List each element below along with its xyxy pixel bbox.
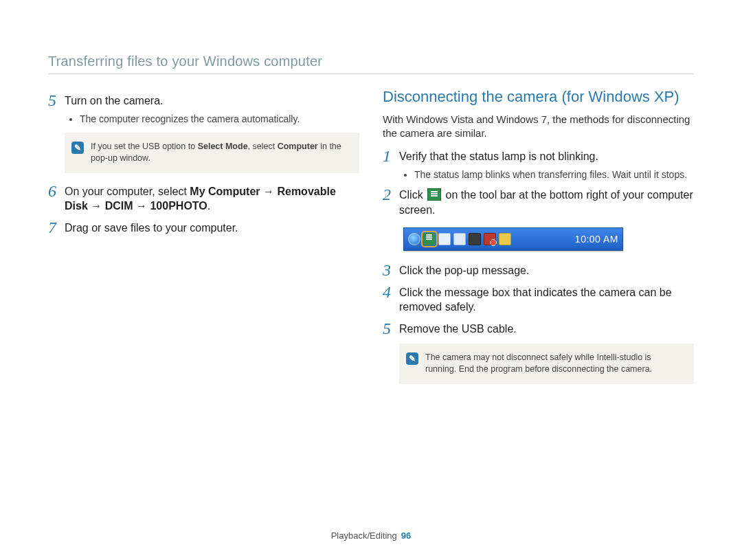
step-number: 3 — [383, 262, 399, 278]
note-text: The camera may not disconnect safely whi… — [425, 352, 684, 376]
taskbar-volume-icon — [484, 233, 496, 245]
note-text: If you set the USB option to Select Mode… — [91, 141, 350, 165]
arrow: → — [88, 200, 105, 212]
list-item: The status lamp blinks when transferring… — [414, 168, 694, 181]
step-number: 2 — [383, 186, 399, 203]
path-bold: DCIM — [105, 200, 133, 212]
page-footer: Playback/Editing96 — [0, 530, 742, 541]
step-number: 1 — [383, 148, 399, 164]
note-text-part: If you set the USB option to — [91, 142, 198, 151]
taskbar-tray-icon — [438, 233, 451, 245]
text-part: Click — [399, 189, 426, 201]
step-number: 4 — [383, 284, 399, 300]
step-text: Drag or save files to your computer. — [65, 221, 238, 236]
step-text: Click the message box that indicates the… — [399, 285, 694, 315]
note-text-part: , select — [248, 142, 278, 151]
note-bold: Select Mode — [198, 142, 248, 151]
taskbar-screenshot: 10:00 AM — [403, 227, 623, 251]
path-bold: My Computer — [190, 186, 260, 197]
path-bold: 100PHOTO — [150, 200, 207, 212]
taskbar-safely-remove-icon — [423, 233, 436, 245]
note-icon: ✎ — [71, 142, 84, 154]
step-number: 5 — [383, 320, 399, 337]
text-part: . — [207, 200, 210, 212]
step-number: 6 — [48, 183, 65, 199]
step-4: 4 Click the message box that indicates t… — [383, 285, 694, 315]
note-box: ✎ If you set the USB option to Select Mo… — [65, 133, 359, 173]
arrow: → — [260, 186, 278, 197]
step-7: 7 Drag or save files to your computer. — [48, 221, 359, 236]
step-2: 2 Click on the tool bar at the bottom ri… — [383, 188, 694, 217]
footer-page-number: 96 — [401, 530, 411, 541]
step-text: Turn on the camera. — [65, 93, 163, 109]
step-1-bullets: The status lamp blinks when transferring… — [403, 168, 694, 181]
step-text: Verify that the status lamp is not blink… — [399, 149, 598, 164]
right-column: Disconnecting the camera (for Windows XP… — [383, 87, 694, 395]
taskbar-tray-icon — [453, 233, 466, 245]
taskbar-clock: 10:00 AM — [575, 234, 618, 245]
note-bold: Computer — [278, 142, 318, 151]
step-number: 7 — [48, 219, 65, 236]
step-5: 5 Turn on the camera. — [48, 93, 359, 109]
section-title: Disconnecting the camera (for Windows XP… — [383, 88, 694, 106]
text-part: On your computer, select — [65, 186, 190, 197]
note-icon: ✎ — [406, 352, 418, 365]
taskbar-start-icon — [408, 233, 420, 245]
footer-section: Playback/Editing — [331, 530, 397, 541]
step-1: 1 Verify that the status lamp is not bli… — [383, 149, 694, 164]
step-text: On your computer, select My Computer → R… — [65, 184, 359, 214]
safely-remove-icon — [427, 188, 441, 201]
list-item: The computer recognizes the camera autom… — [80, 113, 359, 126]
step-6: 6 On your computer, select My Computer →… — [48, 184, 359, 214]
step-5-bullets: The computer recognizes the camera autom… — [69, 113, 359, 126]
step-text: Click the pop-up message. — [399, 263, 529, 278]
step-5-right: 5 Remove the USB cable. — [383, 322, 694, 337]
section-intro: With Windows Vista and Windows 7, the me… — [383, 113, 694, 141]
step-text: Remove the USB cable. — [399, 322, 517, 337]
step-text: Click on the tool bar at the bottom righ… — [399, 188, 694, 217]
arrow: → — [133, 200, 150, 212]
note-box: ✎ The camera may not disconnect safely w… — [399, 344, 694, 384]
text-part: on the tool bar at the bottom right of y… — [399, 189, 693, 216]
page-header: Transferring files to your Windows compu… — [48, 54, 694, 74]
step-3: 3 Click the pop-up message. — [383, 263, 694, 278]
taskbar-tray-icon — [469, 233, 481, 245]
taskbar-tray-icon — [499, 233, 511, 245]
step-number: 5 — [48, 92, 65, 109]
left-column: 5 Turn on the camera. The computer recog… — [48, 87, 359, 395]
